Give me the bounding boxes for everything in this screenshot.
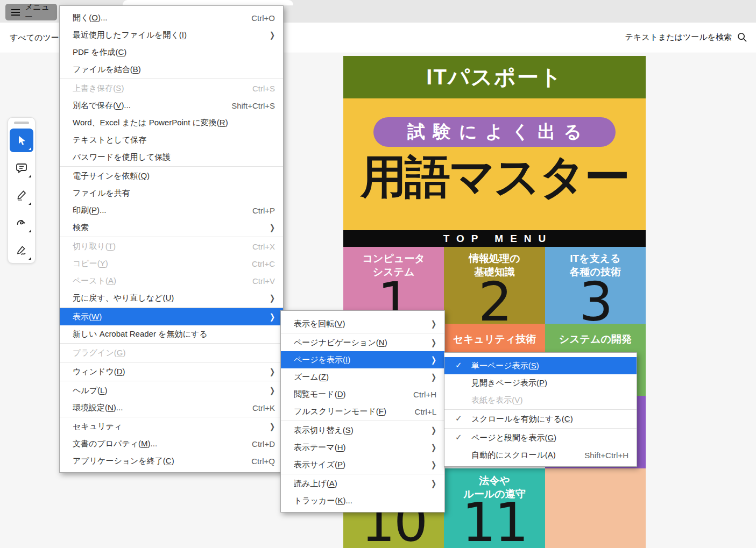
menu-item-shortcut: Ctrl+V: [252, 276, 275, 286]
menu-button[interactable]: メニュー: [5, 4, 57, 20]
chapter-tile: [545, 468, 646, 548]
menu-item-label: ヘルプ(L): [73, 386, 242, 396]
menu-item[interactable]: ✓ 表紙を表示(V) ❯: [444, 392, 637, 409]
menu-item[interactable]: ✓ ズーム(Z) ❯: [281, 368, 444, 386]
menu-item-label: テキストとして保存: [73, 135, 261, 145]
menu-item[interactable]: ✓ 最近使用したファイルを開く(I) ❯: [60, 26, 283, 44]
menu-item[interactable]: ✓ 表示切り替え(S) ❯: [281, 422, 444, 439]
menu-item-label: 文書のプロパティ(M)...: [73, 439, 238, 449]
menu-item-label: トラッカー(K)...: [294, 496, 422, 506]
menu-item-shortcut: Shift+Ctrl+S: [231, 101, 275, 110]
menu-item-label: 検索: [73, 223, 242, 233]
menu-item[interactable]: ✓ 単一ページ表示(S) ❯: [444, 357, 637, 374]
checkmark-icon: ✓: [455, 414, 462, 423]
menu-item[interactable]: ✓ PDF を作成(C) ❯: [60, 44, 283, 61]
menu-item-label: 最近使用したファイルを開く(I): [73, 30, 242, 40]
menu-item[interactable]: ✓ パスワードを使用して保護 ❯: [60, 148, 283, 166]
menu-separator: [60, 237, 283, 237]
menu-item[interactable]: ✓ ヘルプ(L) ❯: [60, 382, 283, 399]
menu-item[interactable]: ✓ 見開きページ表示(P) ❯: [444, 374, 637, 392]
menu-item[interactable]: ✓ 表示を回転(V) ❯: [281, 315, 444, 332]
chevron-right-icon: ❯: [431, 460, 436, 469]
menu-item-shortcut: Ctrl+C: [252, 259, 275, 268]
menu-item-label: 新しい Acrobat Reader を無効にする: [73, 329, 261, 339]
menu-item[interactable]: ✓ 別名で保存(V)... Shift+Ctrl+S ❯: [60, 97, 283, 114]
menu-item[interactable]: ✓ 新しい Acrobat Reader を無効にする ❯: [60, 325, 283, 343]
menu-item[interactable]: ✓ ファイルを結合(B) ❯: [60, 61, 283, 78]
pdf-cover-badge: 試験によく出る: [373, 117, 616, 147]
menu-item[interactable]: ✓ 読み上げ(A) ❯: [281, 475, 444, 492]
menu-item-label: 元に戻す、やり直しなど(U): [73, 293, 242, 303]
search-control[interactable]: テキストまたはツールを検索: [625, 32, 747, 42]
menu-item[interactable]: ✓ テキストとして保存 ❯: [60, 131, 283, 148]
chevron-right-icon: ❯: [270, 30, 275, 40]
menu-item[interactable]: ✓ 閲覧モード(D) Ctrl+H ❯: [281, 386, 444, 403]
menu-item[interactable]: ✓ 環境設定(N)... Ctrl+K ❯: [60, 399, 283, 416]
menu-item[interactable]: ✓ 表示サイズ(P) ❯: [281, 456, 444, 473]
menu-separator: [60, 343, 283, 344]
menu-item[interactable]: ✓ 検索 ❯: [60, 219, 283, 236]
menu-item[interactable]: ✓ ページを表示(I) ❯: [281, 351, 444, 368]
menu-item[interactable]: ✓ セキュリティ ❯: [60, 418, 283, 435]
menu-item-label: 自動的にスクロール(A): [471, 450, 570, 460]
menu-item[interactable]: ✓ 電子サインを依頼(Q) ❯: [60, 167, 283, 184]
menu-item[interactable]: ✓ 開く(O)... Ctrl+O ❯: [60, 9, 283, 26]
menu-separator: [60, 417, 283, 417]
menu-item[interactable]: ✓ 表示テーマ(H) ❯: [281, 439, 444, 456]
menu-item-label: 表示テーマ(H): [294, 443, 403, 453]
menu-item[interactable]: ✓ ペースト(A) Ctrl+V ❯: [60, 272, 283, 289]
menu-item[interactable]: ✓ Word、Excel または PowerPoint に変換(R) ❯: [60, 114, 283, 131]
menu-item[interactable]: ✓ 文書のプロパティ(M)... Ctrl+D ❯: [60, 435, 283, 452]
draw-tool-button[interactable]: [10, 211, 33, 234]
menu-item[interactable]: ✓ 印刷(P)... Ctrl+P ❯: [60, 202, 283, 219]
menu-item[interactable]: ✓ 上書き保存(S) Ctrl+S ❯: [60, 80, 283, 97]
menu-item-shortcut: Ctrl+L: [415, 407, 436, 416]
menu-item-label: ファイルを結合(B): [73, 65, 261, 75]
chapter-tile-title: セキュリティ技術: [444, 324, 545, 346]
menu-item[interactable]: ✓ コピー(Y) Ctrl+C ❯: [60, 255, 283, 272]
chapter-tile-number: 3: [545, 277, 646, 324]
menu-item[interactable]: ✓ アプリケーションを終了(C) Ctrl+Q ❯: [60, 452, 283, 469]
menu-item[interactable]: ✓ 表示(W) ❯: [60, 308, 283, 325]
menu-item[interactable]: ✓ 自動的にスクロール(A) Shift+Ctrl+H ❯: [444, 446, 637, 464]
draw-icon: [15, 216, 28, 229]
pdf-cover-header: ITパスポート: [343, 56, 646, 98]
chevron-right-icon: ❯: [270, 223, 275, 232]
menu-item[interactable]: ✓ ファイルを共有 ❯: [60, 184, 283, 202]
pdf-top-menu-band: TOP MENU: [343, 230, 646, 247]
search-icon[interactable]: [737, 32, 747, 42]
rail-drag-handle[interactable]: [14, 122, 29, 124]
menu-item-label: コピー(Y): [73, 259, 238, 269]
menu-item[interactable]: ✓ 切り取り(T) Ctrl+X ❯: [60, 238, 283, 255]
menu-item[interactable]: ✓ ページナビゲーション(N) ❯: [281, 334, 444, 351]
menu-item-label: アプリケーションを終了(C): [73, 456, 237, 466]
comment-tool-button[interactable]: [10, 156, 33, 180]
menu-separator: [60, 79, 283, 79]
checkmark-icon: ✓: [455, 360, 462, 370]
menu-item[interactable]: ✓ 元に戻す、やり直しなど(U) ❯: [60, 289, 283, 307]
highlight-tool-button[interactable]: [10, 183, 33, 207]
menu-item[interactable]: ✓ ウィンドウ(D) ❯: [60, 363, 283, 380]
chevron-right-icon: ❯: [431, 338, 436, 347]
menu-item-label: 印刷(P)...: [73, 205, 238, 216]
menu-item[interactable]: ✓ トラッカー(K)... ❯: [281, 492, 444, 509]
menu-item-label: プラグイン(G): [73, 348, 261, 358]
chapter-tile-title: システムの開発: [545, 324, 646, 346]
menu-item[interactable]: ✓ フルスクリーンモード(F) Ctrl+L ❯: [281, 403, 444, 420]
menu-item-shortcut: Ctrl+X: [252, 242, 275, 251]
document-tab[interactable]: [123, 0, 293, 5]
menu-item-label: 環境設定(N)...: [73, 403, 238, 413]
menu-item-label: 読み上げ(A): [294, 479, 403, 489]
sign-tool-button[interactable]: [10, 238, 33, 262]
menu-item-label: ファイルを共有: [73, 188, 261, 198]
menu-item[interactable]: ✓ スクロールを有効にする(C) ❯: [444, 410, 637, 428]
select-tool-button[interactable]: [10, 129, 33, 152]
menu-item-shortcut: Ctrl+O: [251, 13, 275, 23]
menu-item-shortcut: Ctrl+K: [252, 403, 275, 412]
menu-item[interactable]: ✓ プラグイン(G) ❯: [60, 344, 283, 361]
chapter-tile: 法令やルールの遵守 11: [444, 468, 545, 548]
menu-item[interactable]: ✓ ページと段間を表示(G) ❯: [444, 429, 637, 446]
chevron-right-icon: ❯: [431, 479, 436, 488]
menu-item-label: 別名で保存(V)...: [73, 101, 217, 111]
cursor-icon: [15, 134, 28, 147]
